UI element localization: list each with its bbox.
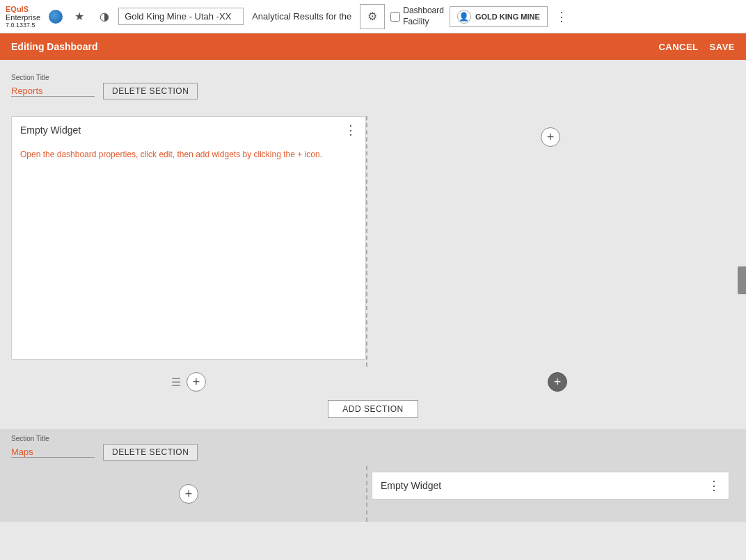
add-section-area: ADD SECTION [0, 397, 746, 426]
section2-delete-button[interactable]: DELETE SECTION [103, 444, 198, 461]
contrast-button[interactable]: ◑ [93, 6, 116, 28]
widget-1-title: Empty Widget [20, 125, 81, 136]
section2-widget-menu-button[interactable]: ⋮ [708, 478, 720, 493]
add-widget-left-button[interactable]: + [186, 372, 206, 392]
widget-1-header: Empty Widget ⋮ [12, 117, 365, 143]
widgets-row-1: Empty Widget ⋮ Open the dashboard proper… [11, 116, 735, 367]
section1-block: Section Title DELETE SECTION [0, 68, 746, 111]
dashboard-facility-checkbox[interactable] [390, 12, 400, 22]
add-widget-right-button[interactable]: + [541, 127, 560, 147]
equis-label: EQuIS [6, 5, 29, 13]
bottom-controls-row1: ☰ + + [0, 367, 746, 397]
user-label: GOLD KING MINE [475, 13, 540, 21]
column-divider [366, 116, 367, 367]
left-bottom-controls: ☰ + [11, 372, 366, 392]
top-nav: EQuIS Enterprise 7.0.1337.5 ★ ◑ Gold Kin… [0, 0, 746, 33]
right-bottom-controls: + [366, 372, 735, 392]
add-section-button[interactable]: ADD SECTION [328, 400, 418, 418]
globe-icon [49, 10, 63, 24]
nav-subtitle: Analytical Results for the [246, 8, 357, 24]
add-widget-right-icon: + [547, 130, 555, 145]
star-button[interactable]: ★ [68, 6, 90, 28]
widget-1-body-text: Open the dashboard properties, click edi… [20, 150, 322, 159]
gear-button[interactable]: ⚙ [360, 4, 385, 29]
nav-title-box: Gold King Mine - Utah -XX [118, 8, 244, 25]
nav-logo: EQuIS Enterprise 7.0.1337.5 [6, 5, 40, 29]
more-button[interactable]: ⋮ [550, 6, 573, 28]
widget-card-1: Empty Widget ⋮ Open the dashboard proper… [11, 116, 366, 360]
nav-title-text: Gold King Mine - Utah -XX [125, 11, 231, 22]
user-button[interactable]: 👤 GOLD KING MINE [450, 6, 548, 27]
editing-bar: Editing Dashboard CANCEL SAVE [0, 33, 746, 60]
main-content: Section Title DELETE SECTION Empty Widge… [0, 60, 746, 560]
star-icon: ★ [74, 10, 84, 23]
widget-1-menu-icon: ⋮ [344, 122, 357, 138]
editing-bar-actions: CANCEL SAVE [658, 42, 735, 52]
widget-1-body: Open the dashboard properties, click edi… [12, 143, 365, 165]
section2-block: Section Title DELETE SECTION + Empty Wid… [0, 429, 746, 522]
widget-col-left: Empty Widget ⋮ Open the dashboard proper… [11, 116, 366, 367]
section2-widget-menu-icon: ⋮ [708, 478, 720, 493]
user-icon: 👤 [457, 10, 471, 24]
version-label: 7.0.1337.5 [6, 22, 35, 29]
section1-delete-button[interactable]: DELETE SECTION [103, 83, 198, 99]
section2-widget-title: Empty Widget [381, 480, 441, 491]
add-section-circle-icon: + [554, 375, 562, 390]
section1-title-input[interactable] [11, 86, 95, 97]
cancel-button[interactable]: CANCEL [658, 42, 698, 52]
add-widget-left-icon: + [193, 375, 200, 390]
section2-widgets-row: + Empty Widget ⋮ [11, 466, 735, 522]
section2-add-widget-left-button[interactable]: + [179, 484, 198, 504]
section2-label: Section Title [11, 435, 735, 442]
gear-icon: ⚙ [367, 10, 377, 23]
section2-divider [366, 466, 367, 522]
save-button[interactable]: SAVE [710, 42, 735, 52]
section2-col-right: Empty Widget ⋮ [366, 466, 735, 522]
section1-label: Section Title [11, 74, 735, 81]
section2-add-widget-left-icon: + [185, 487, 193, 502]
section2-col-left: + [11, 466, 366, 522]
section2-title-input[interactable] [11, 447, 95, 458]
widget-1-menu-button[interactable]: ⋮ [344, 122, 357, 138]
dashboard-facility-label: Dashboard Facility [403, 6, 444, 27]
add-section-circle-button[interactable]: + [548, 372, 567, 392]
drag-handle-icon[interactable]: ☰ [171, 376, 181, 389]
right-edge-handle[interactable] [738, 266, 746, 294]
section2-widget-card: Empty Widget ⋮ [372, 472, 729, 499]
section1-title-row: DELETE SECTION [11, 83, 735, 99]
editing-bar-title: Editing Dashboard [11, 41, 658, 52]
enterprise-label: Enterprise [6, 13, 40, 22]
section2-widgets-area: + Empty Widget ⋮ [11, 466, 735, 522]
section2-title-row: DELETE SECTION [11, 444, 735, 461]
widget-col-right: + [366, 116, 735, 367]
contrast-icon: ◑ [100, 10, 109, 23]
more-icon: ⋮ [555, 9, 568, 24]
dashboard-facility-area: Dashboard Facility [390, 6, 444, 27]
